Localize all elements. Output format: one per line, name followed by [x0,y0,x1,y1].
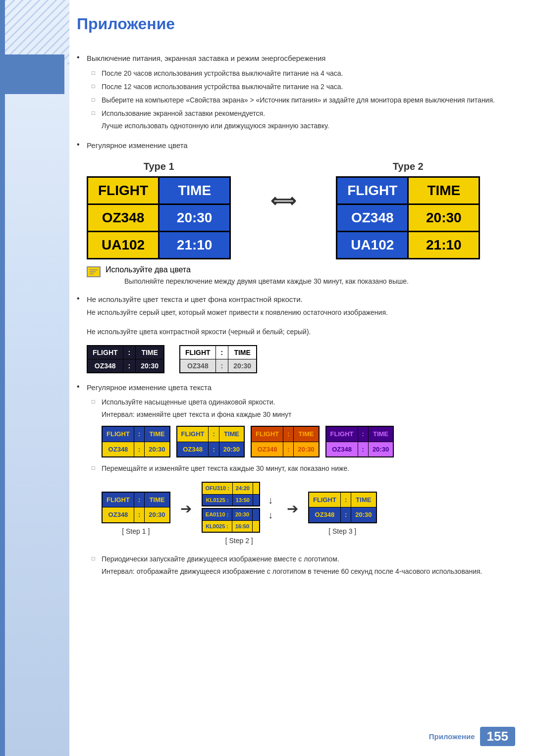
s1-r1c1: FLIGHT [103,493,134,507]
sub-item-4-2: Перемещайте и изменяйте цвет текста кажд… [92,463,515,546]
clb1-r2c1: OZ348 [103,442,134,457]
double-arrow-icon: ⟺ [270,191,296,211]
type-comparison-section: Type 1 FLIGHT TIME OZ348 20:30 UA102 21:… [87,161,515,259]
bullet-4: Регулярное изменение цвета текста Исполь… [77,382,515,577]
page-title: Приложение [77,15,515,33]
step3-label: [ Step 3 ] [328,526,356,537]
type1-row1-flight: OZ348 [88,205,158,231]
s1-r1c3: TIME [145,493,169,507]
clb1-r1c3: TIME [145,427,169,442]
color-boards-row: FLIGHT : TIME OZ348 : 20:30 FLIGHT : [102,426,515,457]
contrast-board-light: FLIGHT : TIME OZ348 : 20:30 [179,345,257,373]
double-arrow-container: ⟺ [270,191,296,211]
clb2-r2c2: : [209,442,218,457]
note-content: Используйте два цвета Выполняйте переклю… [106,265,409,285]
type2-time-header: TIME [409,178,479,203]
type2-row1-time: 20:30 [409,205,479,231]
clb2-r1c3: TIME [219,427,244,442]
type1-block: Type 1 FLIGHT TIME OZ348 20:30 UA102 21:… [87,161,231,259]
clb2-r1c1: FLIGHT [177,427,209,442]
s2t-r1c1: OFU310 : [203,483,232,494]
clb3-r1c1: FLIGHT [252,427,283,442]
type1-row2-time: 21:10 [160,232,229,258]
color-board-3: FLIGHT : TIME OZ348 : 20:30 [251,426,320,457]
s1-r1c2: : [134,493,144,507]
page: Приложение Выключение питания, экранная … [0,0,535,756]
type2-row2-time: 21:10 [409,232,479,258]
s1-r2c1: OZ348 [103,507,134,522]
color-board-4: FLIGHT : TIME OZ348 : 20:30 [325,426,394,457]
cb1-r2c1: OZ348 [88,359,123,372]
sub-item-1-3: Выберите на компьютере «Свойства экрана»… [92,95,515,105]
step2-board-bottom: EA0110 : 20:30 KL0025 : 16:50 [202,508,260,533]
type2-block: Type 2 FLIGHT TIME OZ348 20:30 UA102 21:… [336,161,480,259]
step-arrow-1: ➔ [180,499,192,519]
type2-row2-flight: UA102 [337,232,407,258]
s2t-r2c2: 13:50 [233,495,253,506]
step2-boards-inner: OFU310 : 24:20 KL0125 : 13:50 [202,482,260,533]
step2-board-top: OFU310 : 24:20 KL0125 : 13:50 [202,482,260,506]
step3-container: FLIGHT : TIME OZ348 : 20:30 [ Step 3 ] [308,492,377,537]
type1-flight-header: FLIGHT [88,178,158,203]
step-arrow-2: ➔ [287,499,298,519]
color-board-2: FLIGHT : TIME OZ348 : 20:30 [176,426,245,457]
step3-board: FLIGHT : TIME OZ348 : 20:30 [308,492,377,523]
main-bullet-list: Выключение питания, экранная заставка и … [77,53,515,577]
cb1-r1c3: TIME [136,346,163,359]
clb2-r2c1: OZ348 [177,442,209,457]
sub-list-4: Используйте насыщенные цвета одинаковой … [87,397,515,577]
sub-item-1-1: После 20 часов использования устройства … [92,68,515,79]
step2-boards: OFU310 : 24:20 KL0125 : 13:50 [202,482,277,533]
clb1-r2c2: : [134,442,144,457]
footer-page-number: 155 [480,727,515,746]
cb2-r2c3: 20:30 [228,359,256,372]
sub-list-1: После 20 часов использования устройства … [87,68,515,131]
s2b-r2c1: KL0025 : [203,521,232,532]
s2t-r1c2: 24:20 [233,483,253,494]
sub-item-4-1: Используйте насыщенные цвета одинаковой … [92,397,515,457]
sub-item-1-2: После 12 часов использования устройства … [92,82,515,92]
footer: Приложение 155 [429,727,515,746]
clb3-r1c2: : [283,427,293,442]
s2b-r1c3 [253,509,259,520]
bullet-3: Не используйте цвет текста и цвет фона к… [77,294,515,373]
cb1-r1c1: FLIGHT [88,346,123,359]
clb3-r2c2: : [283,442,293,457]
s3-r2c3: 20:30 [351,507,375,522]
bullet3-sub1: Не используйте серый цвет, который может… [87,307,515,318]
flight-board-type1: FLIGHT TIME OZ348 20:30 UA102 21:10 [87,176,231,259]
clb1-r1c2: : [134,427,144,442]
step1-board: FLIGHT : TIME OZ348 : 20:30 [102,492,170,523]
s3-r1c2: : [341,493,351,507]
s1-r2c2: : [134,507,144,522]
s2t-r1c3 [253,483,259,494]
color-board-1: FLIGHT : TIME OZ348 : 20:30 [102,426,170,457]
contrast-boards-row: FLIGHT : TIME OZ348 : 20:30 FLIGHT : TIM… [87,345,515,373]
s3-r1c3: TIME [351,493,375,507]
clb3-r2c1: OZ348 [252,442,283,457]
flight-board-type2: FLIGHT TIME OZ348 20:30 UA102 21:10 [336,176,480,259]
step1-label: [ Step 1 ] [122,526,150,537]
cb1-r2c3: 20:30 [136,359,163,372]
s2b-r1c2: 20:30 [232,509,253,520]
s3-r2c2: : [341,507,351,522]
left-accent-bar [0,0,5,756]
s2t-r2c1: KL0125 : [203,495,232,506]
type1-row2-flight: UA102 [88,232,158,258]
clb4-r2c2: : [358,442,368,457]
clb2-r2c3: 20:30 [219,442,244,457]
s2b-r1c1: EA0110 : [203,509,232,520]
cb1-r1c2: : [123,346,136,359]
steps-section: FLIGHT : TIME OZ348 : 20:30 [ Step 1 ] [102,482,515,546]
sub-item-1-4: Использование экранной заставки рекоменд… [92,108,515,131]
cb2-r1c2: : [216,346,228,359]
step2-container: OFU310 : 24:20 KL0125 : 13:50 [202,482,277,546]
clb4-r2c1: OZ348 [326,442,358,457]
cb2-r1c1: FLIGHT [180,346,215,359]
left-accent-bg [0,0,69,756]
clb1-r2c3: 20:30 [145,442,169,457]
note-icon [87,266,101,277]
s3-r1c1: FLIGHT [309,493,340,507]
footer-section-label: Приложение [429,732,475,741]
cb2-r1c3: TIME [228,346,256,359]
